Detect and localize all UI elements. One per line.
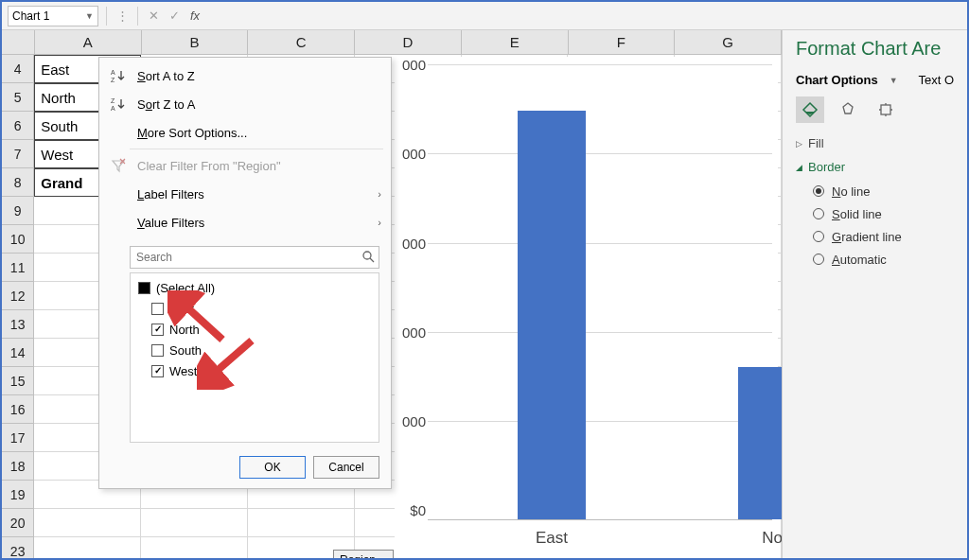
radio-gradient-line[interactable]: Gradient line — [813, 225, 961, 248]
cell[interactable] — [34, 537, 141, 558]
cell[interactable] — [34, 509, 141, 537]
cancel-icon[interactable]: ✕ — [146, 9, 161, 24]
row-header[interactable]: 9 — [2, 197, 34, 225]
row-header[interactable]: 15 — [2, 367, 34, 395]
chart-bar[interactable] — [738, 367, 782, 519]
effects-icon[interactable] — [834, 96, 862, 123]
border-section[interactable]: ◢ Border — [796, 160, 961, 174]
cancel-button[interactable]: Cancel — [313, 456, 379, 479]
worksheet[interactable]: A B C D E F G 4East5North6South7West8Gra… — [2, 30, 782, 558]
y-axis-label: 000 — [390, 413, 426, 429]
col-header[interactable]: F — [569, 30, 676, 54]
col-header[interactable]: D — [355, 30, 462, 54]
svg-text:A: A — [111, 69, 115, 76]
radio-automatic[interactable]: Automatic — [813, 248, 961, 271]
y-axis-label: 000 — [390, 146, 426, 162]
enter-icon[interactable]: ✓ — [167, 9, 182, 24]
sort-desc-icon: ZA — [109, 96, 128, 112]
row-header[interactable]: 12 — [2, 282, 34, 310]
row-header[interactable]: 11 — [2, 254, 34, 282]
fill-line-icon[interactable] — [796, 96, 824, 123]
y-axis-label: 000 — [390, 324, 426, 340]
row-header[interactable]: 4 — [2, 55, 34, 83]
region-filter-label: Region — [340, 553, 376, 558]
svg-text:Z: Z — [111, 97, 115, 104]
row-header[interactable]: 8 — [2, 168, 34, 197]
filter-search-input[interactable] — [130, 246, 379, 269]
name-box[interactable]: Chart 1 ▼ — [8, 6, 98, 26]
row-header[interactable]: 16 — [2, 395, 34, 424]
menu-label: Value Filters — [137, 216, 368, 230]
row-header[interactable]: 18 — [2, 452, 34, 481]
cell[interactable] — [141, 509, 248, 537]
more-sort-options[interactable]: More Sort Options... — [99, 118, 391, 147]
filter-item[interactable]: West — [136, 360, 373, 381]
checkbox-label: North — [169, 323, 200, 337]
chart[interactable]: 000000000000000$0EastNo — [395, 57, 778, 558]
x-axis-label: East — [514, 529, 590, 548]
col-header[interactable]: A — [35, 30, 142, 54]
name-box-value: Chart 1 — [12, 9, 49, 23]
col-header[interactable]: C — [248, 30, 355, 54]
svg-text:Z: Z — [111, 77, 115, 83]
chart-bar[interactable] — [518, 111, 586, 519]
select-all-corner[interactable] — [2, 30, 35, 54]
fx-icon[interactable]: fx — [187, 9, 203, 24]
chart-plot-area[interactable]: 000000000000000$0EastNo — [428, 64, 772, 520]
radio-label: Solid line — [832, 207, 882, 221]
radio-solid-line[interactable]: Solid line — [813, 202, 961, 225]
col-header[interactable]: B — [142, 30, 249, 54]
formula-bar: Chart 1 ▼ ⋮ ✕ ✓ fx — [2, 2, 967, 30]
row-header[interactable]: 6 — [2, 112, 34, 140]
row-header[interactable]: 13 — [2, 310, 34, 339]
format-pane: Format Chart Are Chart Options ▼ Text O … — [782, 30, 969, 558]
name-box-dropdown-icon[interactable]: ▼ — [85, 11, 94, 21]
row-header[interactable]: 7 — [2, 140, 34, 168]
menu-label: Sort Z to A — [137, 97, 381, 112]
checkbox-icon — [151, 344, 164, 357]
checkbox-mixed-icon — [138, 282, 150, 294]
filter-item[interactable]: North — [136, 319, 373, 340]
radio-icon — [813, 185, 824, 197]
label-filters[interactable]: Label Filters › — [99, 180, 391, 208]
value-filters[interactable]: Value Filters › — [99, 208, 391, 236]
sort-z-to-a[interactable]: ZA Sort Z to A — [99, 90, 391, 118]
more-icon[interactable]: ⋮ — [115, 9, 130, 24]
row-header[interactable]: 14 — [2, 339, 34, 367]
row-header[interactable]: 10 — [2, 225, 34, 254]
col-header[interactable]: E — [462, 30, 569, 54]
expanded-icon: ◢ — [796, 163, 802, 172]
row-header[interactable]: 17 — [2, 424, 34, 452]
sort-a-to-z[interactable]: AZ Sort A to Z — [99, 61, 391, 90]
filter-menu: AZ Sort A to Z ZA Sort Z to A More Sort … — [98, 57, 392, 489]
filter-select-all[interactable]: (Select All) — [136, 277, 373, 298]
x-axis-label: No — [734, 529, 782, 548]
clear-filter-icon — [109, 158, 128, 173]
checkbox-icon — [151, 324, 164, 336]
radio-icon — [813, 208, 824, 219]
menu-separator — [130, 149, 383, 149]
row-header[interactable]: 23 — [2, 537, 34, 558]
col-header[interactable]: G — [675, 30, 782, 54]
filter-item[interactable]: East — [136, 298, 373, 319]
row-header[interactable]: 5 — [2, 83, 34, 112]
pane-title: Format Chart Are — [796, 38, 961, 60]
radio-icon — [813, 231, 824, 242]
search-icon — [361, 250, 375, 266]
cell[interactable] — [141, 537, 248, 558]
size-properties-icon[interactable] — [872, 96, 900, 123]
region-filter-button[interactable]: Region ▼ — [333, 550, 394, 558]
svg-point-4 — [363, 252, 371, 259]
chart-options-tab[interactable]: Chart Options — [796, 73, 878, 87]
fill-section[interactable]: ▷ Fill — [796, 136, 961, 150]
checkbox-label: East — [169, 302, 194, 316]
text-options-tab[interactable]: Text O — [919, 73, 955, 87]
filter-item[interactable]: South — [136, 340, 373, 360]
radio-no-line[interactable]: No line — [813, 180, 961, 202]
row-header[interactable]: 20 — [2, 509, 34, 537]
checkbox-icon — [151, 303, 164, 315]
cell[interactable] — [248, 509, 355, 537]
dropdown-icon: ▼ — [379, 556, 387, 559]
ok-button[interactable]: OK — [239, 456, 306, 479]
row-header[interactable]: 19 — [2, 481, 34, 509]
